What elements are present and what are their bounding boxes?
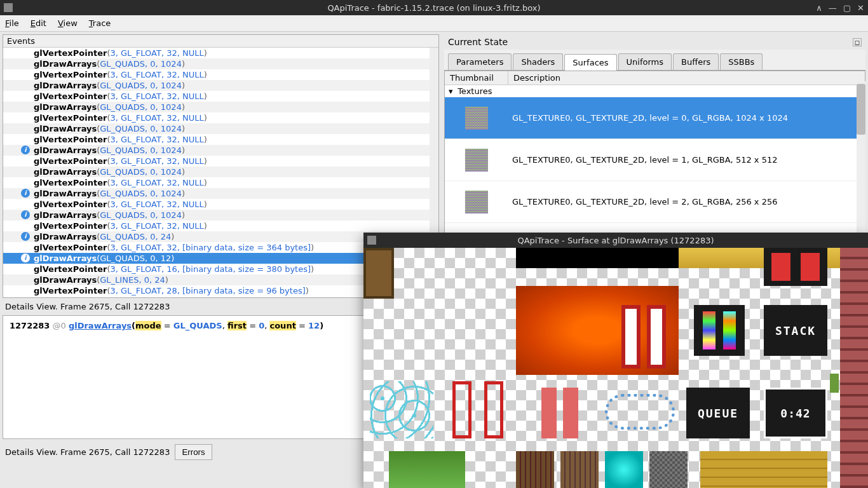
- atlas-tile-redbars: [764, 248, 827, 286]
- surface-row[interactable]: GL_TEXTURE0, GL_TEXTURE_2D, level = 2, G…: [445, 181, 865, 223]
- atlas-tile-sparkle: [370, 381, 433, 438]
- window-controls: ∧ — ▢ ✕: [816, 3, 864, 13]
- event-fn: glDrawArrays: [34, 275, 97, 285]
- atlas-tile-queue: QUEUE: [686, 388, 750, 438]
- textures-group-row[interactable]: ▾ Textures: [445, 85, 865, 97]
- event-row[interactable]: glVertexPointer(3, GL_FLOAT, 32, NULL): [3, 134, 438, 145]
- events-header: Events: [3, 35, 438, 48]
- event-args: GL_QUADS, 0, 24: [100, 232, 171, 241]
- maximize-icon[interactable]: ▢: [843, 3, 851, 13]
- event-row[interactable]: glVertexPointer(3, GL_FLOAT, 32, NULL): [3, 156, 438, 166]
- menu-trace[interactable]: Trace: [89, 18, 111, 28]
- tab-ssbbs[interactable]: SSBBs: [720, 53, 763, 70]
- event-row[interactable]: glDrawArrays(GL_QUADS, 0, 1024): [3, 102, 438, 112]
- popup-titlebar[interactable]: QApiTrace - Surface at glDrawArrays (127…: [363, 233, 868, 248]
- event-fn: glVertexPointer: [34, 113, 107, 123]
- event-row[interactable]: glVertexPointer(3, GL_FLOAT, 32, NULL): [3, 48, 438, 58]
- detach-panel-icon[interactable]: ◻: [853, 38, 862, 46]
- menu-edit[interactable]: Edit: [31, 18, 46, 28]
- surface-row[interactable]: GL_TEXTURE0, GL_TEXTURE_2D, level = 1, G…: [445, 139, 865, 181]
- current-state-title: Current State: [448, 37, 508, 47]
- texture-atlas-view[interactable]: STACK QUEUE 0:42: [363, 248, 868, 488]
- param-count-value: 12: [308, 321, 320, 330]
- atlas-tile-bluewire: [605, 394, 675, 430]
- tab-buffers[interactable]: Buffers: [673, 53, 719, 70]
- info-icon: i: [21, 254, 30, 262]
- errors-button[interactable]: Errors: [175, 444, 212, 460]
- menu-view[interactable]: View: [58, 18, 78, 28]
- event-row[interactable]: glVertexPointer(3, GL_FLOAT, 32, NULL): [3, 69, 438, 80]
- event-args: GL_QUADS, 0, 1024: [100, 102, 182, 112]
- event-args: GL_QUADS, 0, 1024: [100, 189, 182, 198]
- tab-uniforms[interactable]: Uniforms: [618, 53, 672, 70]
- scrollbar-thumb[interactable]: [857, 84, 865, 135]
- tab-parameters[interactable]: Parameters: [448, 53, 512, 70]
- surface-description: GL_TEXTURE0, GL_TEXTURE_2D, level = 2, G…: [508, 197, 865, 207]
- surface-thumbnail: [445, 149, 508, 172]
- surface-viewer-window[interactable]: QApiTrace - Surface at glDrawArrays (127…: [363, 233, 868, 488]
- atlas-tile-redframe: [452, 381, 471, 438]
- event-row[interactable]: glVertexPointer(3, GL_FLOAT, 32, NULL): [3, 199, 438, 210]
- event-args: GL_QUADS, 0, 1024: [100, 59, 182, 69]
- app-icon: [4, 3, 13, 12]
- tab-shaders[interactable]: Shaders: [513, 53, 563, 70]
- event-row[interactable]: iglDrawArrays(GL_QUADS, 0, 1024): [3, 188, 438, 199]
- atlas-tile-rainbow: [694, 305, 745, 356]
- event-args: GL_QUADS, 0, 1024: [100, 124, 182, 133]
- event-row[interactable]: iglDrawArrays(GL_QUADS, 0, 1024): [3, 210, 438, 220]
- popup-title: QApiTrace - Surface at glDrawArrays (127…: [517, 236, 714, 245]
- close-icon[interactable]: ✕: [857, 3, 864, 13]
- col-thumbnail[interactable]: Thumbnail: [445, 71, 508, 85]
- event-row[interactable]: glVertexPointer(3, GL_FLOAT, 32, NULL): [3, 220, 438, 231]
- tab-surfaces[interactable]: Surfaces: [564, 54, 616, 71]
- event-fn: glDrawArrays: [34, 59, 97, 69]
- event-row[interactable]: glVertexPointer(3, GL_FLOAT, 32, NULL): [3, 112, 438, 123]
- param-mode-value: GL_QUADS: [173, 321, 222, 330]
- atlas-tile-arch: [621, 305, 641, 369]
- event-fn: glVertexPointer: [34, 221, 107, 231]
- atlas-tile-stack: STACK: [764, 305, 827, 356]
- event-row[interactable]: glVertexPointer(3, GL_FLOAT, 32, NULL): [3, 177, 438, 188]
- disclosure-triangle-icon[interactable]: ▾: [449, 86, 455, 96]
- info-icon: i: [21, 189, 30, 198]
- texture-thumbnail-icon: [465, 191, 488, 214]
- menu-file[interactable]: File: [5, 18, 19, 28]
- event-args: GL_QUADS, 0, 1024: [100, 210, 182, 220]
- event-fn: glDrawArrays: [34, 232, 97, 241]
- event-row[interactable]: iglDrawArrays(GL_QUADS, 0, 1024): [3, 145, 438, 156]
- event-args: GL_QUADS, 0, 1024: [100, 146, 182, 155]
- call-function-link[interactable]: glDrawArrays: [69, 321, 132, 330]
- info-icon: i: [21, 232, 30, 241]
- event-fn: glVertexPointer: [34, 92, 107, 101]
- event-row[interactable]: glDrawArrays(GL_QUADS, 0, 1024): [3, 166, 438, 177]
- event-fn: glVertexPointer: [34, 135, 107, 144]
- event-args: 3, GL_FLOAT, 28, [binary data, size = 96…: [110, 286, 305, 295]
- atlas-tile-arch: [647, 305, 666, 369]
- event-args: 3, GL_FLOAT, 32, [binary data, size = 36…: [110, 243, 311, 252]
- surface-thumbnail: [445, 191, 508, 214]
- surface-thumbnail: [445, 107, 508, 130]
- info-icon: i: [21, 210, 30, 219]
- event-row[interactable]: glDrawArrays(GL_QUADS, 0, 1024): [3, 58, 438, 69]
- event-row[interactable]: glDrawArrays(GL_QUADS, 0, 1024): [3, 123, 438, 134]
- event-fn: glDrawArrays: [34, 254, 97, 263]
- rollup-icon[interactable]: ∧: [816, 3, 822, 13]
- event-args: GL_QUADS, 0, 1024: [100, 81, 182, 90]
- col-description[interactable]: Description: [508, 71, 566, 85]
- surface-row[interactable]: GL_TEXTURE0, GL_TEXTURE_2D, level = 0, G…: [445, 97, 865, 139]
- app-icon: [367, 236, 376, 245]
- event-args: 3, GL_FLOAT, 32, NULL: [110, 70, 203, 79]
- event-fn: glVertexPointer: [34, 200, 107, 209]
- info-icon: i: [21, 146, 30, 154]
- event-args: 3, GL_FLOAT, 32, NULL: [110, 200, 203, 209]
- atlas-tile-wood: [560, 451, 599, 488]
- texture-thumbnail-icon: [465, 107, 488, 130]
- atlas-tile-stone: [649, 451, 688, 488]
- event-row[interactable]: glDrawArrays(GL_QUADS, 0, 1024): [3, 80, 438, 91]
- minimize-icon[interactable]: —: [829, 3, 837, 13]
- surfaces-body: GL_TEXTURE0, GL_TEXTURE_2D, level = 0, G…: [445, 97, 865, 223]
- main-titlebar: QApiTrace - fabric-1.15.2.trace (on linu…: [0, 0, 868, 15]
- event-args: 3, GL_FLOAT, 32, NULL: [110, 135, 203, 144]
- event-row[interactable]: glVertexPointer(3, GL_FLOAT, 32, NULL): [3, 91, 438, 102]
- atlas-tile-redframe: [484, 381, 503, 438]
